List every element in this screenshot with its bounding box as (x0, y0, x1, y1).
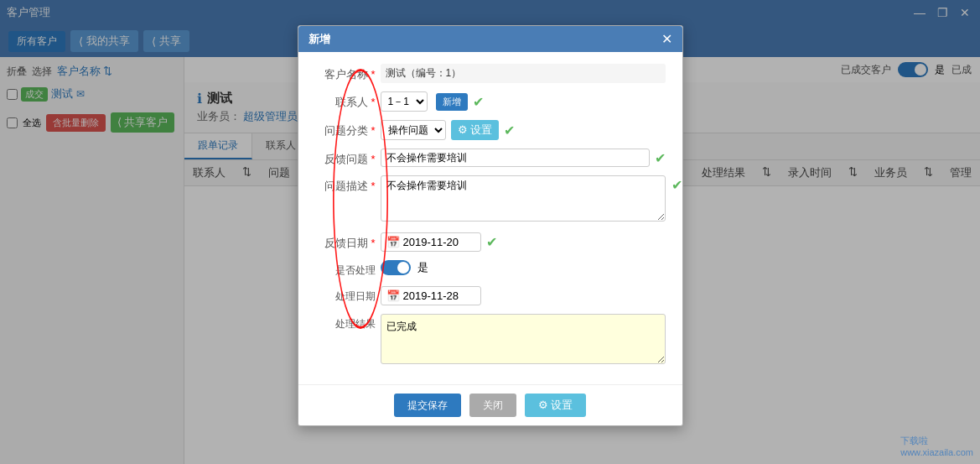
setting-icon: ⚙ (538, 399, 548, 411)
date-check-icon: ✔ (486, 234, 497, 250)
form-row-is-processed: 是否处理 是 (315, 260, 666, 278)
process-result-label: 处理结果 (315, 314, 376, 331)
form-row-problem-desc: 问题描述 * 不会操作需要培训 ✔ (315, 175, 666, 224)
feedback-problem-label: 反馈问题 * (315, 149, 376, 167)
category-inline: 操作问题 ⚙ 设置 ✔ (381, 120, 666, 140)
processed-toggle[interactable] (381, 260, 411, 275)
submit-btn[interactable]: 提交保存 (394, 394, 461, 417)
form-row-customer-name: 客户名称 * 测试（编号：1） (315, 64, 666, 83)
category-setting-btn[interactable]: ⚙ 设置 (451, 120, 499, 140)
desc-container: 不会操作需要培训 ✔ (381, 175, 666, 224)
footer-close-btn[interactable]: 关闭 (469, 394, 516, 417)
modal-body: 客户名称 * 测试（编号：1） 联系人 * 1－1 (298, 52, 682, 384)
process-date-label: 处理日期 (315, 286, 376, 304)
modal-footer: 提交保存 关闭 ⚙ 设置 (298, 384, 682, 425)
process-date-value: 2019-11-28 (403, 289, 459, 302)
problem-desc-label: 问题描述 * (315, 175, 376, 194)
category-check-icon: ✔ (504, 123, 515, 138)
form-row-feedback-date: 反馈日期 * 📅 2019-11-20 ✔ (315, 232, 666, 252)
process-date-picker[interactable]: 📅 2019-11-28 (381, 286, 481, 305)
form-row-feedback: 反馈问题 * ✔ (315, 149, 666, 167)
date-inline: 📅 2019-11-20 ✔ (381, 232, 666, 252)
feedback-problem-input[interactable] (381, 149, 650, 167)
problem-category-label: 问题分类 * (315, 120, 376, 138)
required-star: * (371, 68, 375, 81)
feedback-inline: ✔ (381, 149, 666, 167)
contact-check-icon: ✔ (473, 94, 484, 110)
form-row-contact: 联系人 * 1－1 新增 ✔ (315, 91, 666, 112)
modal-title: 新增 (309, 32, 330, 47)
watermark: 下载啦www.xiazaila.com (900, 435, 973, 457)
contact-label: 联系人 * (315, 91, 376, 110)
calendar-icon: 📅 (386, 236, 400, 248)
feedback-check-icon: ✔ (655, 150, 666, 166)
problem-desc-textarea[interactable]: 不会操作需要培训 (381, 175, 666, 222)
form-row-process-result: 处理结果 已完成 (315, 314, 666, 364)
contact-inline: 1－1 新增 ✔ (381, 91, 666, 112)
processed-toggle-knob (397, 262, 409, 274)
desc-check-icon: ✔ (671, 177, 682, 193)
modal-dialog: 新增 ✕ 客户名称 * 测试（编号：1） 联系人 * (298, 25, 683, 426)
modal-close-btn[interactable]: ✕ (661, 31, 672, 47)
form-row-problem-category: 问题分类 * 操作问题 ⚙ 设置 ✔ (315, 120, 666, 140)
process-result-textarea[interactable]: 已完成 (381, 314, 666, 364)
category-select[interactable]: 操作问题 (381, 120, 446, 140)
processed-toggle-row: 是 (381, 260, 428, 275)
feedback-date-label: 反馈日期 * (315, 232, 376, 251)
form-row-process-date: 处理日期 📅 2019-11-28 (315, 286, 666, 305)
processed-toggle-label: 是 (417, 260, 428, 275)
is-processed-label: 是否处理 (315, 260, 376, 278)
calendar-icon-2: 📅 (386, 289, 400, 302)
modal-header: 新增 ✕ (298, 26, 682, 52)
modal-overlay: 新增 ✕ 客户名称 * 测试（编号：1） 联系人 * (0, 0, 980, 464)
customer-name-label: 客户名称 * (315, 64, 376, 82)
setting-icon-small: ⚙ (458, 123, 468, 136)
customer-name-value: 测试（编号：1） (381, 64, 666, 83)
contact-new-btn[interactable]: 新增 (436, 93, 468, 111)
feedback-date-value: 2019-11-20 (403, 236, 459, 248)
footer-setting-btn[interactable]: ⚙ 设置 (525, 394, 586, 417)
feedback-date-picker[interactable]: 📅 2019-11-20 (381, 232, 481, 252)
contact-select[interactable]: 1－1 (381, 91, 428, 112)
